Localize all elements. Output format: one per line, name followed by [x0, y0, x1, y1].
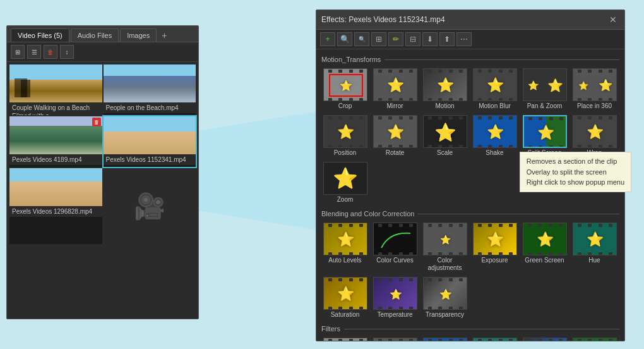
tab-video-files[interactable]: Video Files (5) [11, 28, 69, 42]
effect-exposure[interactable]: ⭐ Exposure [471, 221, 518, 273]
effect-split-screen[interactable]: ⭐ Split Screen [521, 114, 568, 158]
effect-saturation[interactable]: ⭐ Saturation [321, 276, 369, 320]
effect-filter5[interactable]: ★ [521, 336, 568, 341]
effects-close-button[interactable]: ✕ [607, 13, 619, 26]
effect-label: Color Curves [373, 257, 417, 264]
effect-motion[interactable]: ⭐ Motion [421, 67, 468, 111]
effect-hue[interactable]: ⭐ Hue [571, 221, 618, 273]
media-toolbar: ⊞ ☰ 🗑 ↕ [7, 42, 198, 62]
media-tool-delete-btn[interactable]: 🗑 [44, 45, 57, 59]
effect-label: Scale [422, 149, 467, 157]
media-grid: Couple Walking on a Beach Filmed with a … [7, 62, 198, 247]
tab-audio-files[interactable]: Audio Files [71, 28, 119, 42]
section-filters: Filters [321, 325, 619, 333]
effect-auto-levels[interactable]: ⭐ Auto Levels [321, 221, 369, 273]
media-tool-grid-btn[interactable]: ⊞ [11, 45, 25, 59]
effect-label: Exposure [472, 257, 517, 264]
effect-color-curves[interactable]: Color Curves [371, 221, 419, 273]
media-empty-slot: 🎥 [104, 168, 196, 244]
effects-remove-button[interactable]: ⊟ [405, 32, 420, 46]
effect-rotate[interactable]: ⭐ Rotate [371, 114, 419, 158]
add-tab-button[interactable]: + [158, 29, 170, 42]
effect-filter1[interactable]: ★ [321, 336, 369, 341]
effect-label: Shake [472, 149, 517, 157]
motion-transforms-grid: ⭐ Crop ⭐ Mirror [321, 67, 619, 205]
section-motion-transforms: Motion_Transforms [321, 56, 619, 63]
effect-label: Place in 360 [572, 102, 617, 110]
effect-label: Position [323, 149, 367, 157]
effect-label: Crop [323, 102, 367, 110]
media-item-label: People on the Beach.mp4 [104, 102, 196, 113]
effect-wrap[interactable]: ⭐ Wrap [571, 114, 618, 158]
list-item[interactable]: Couple Walking on a Beach Filmed with a … [9, 64, 102, 115]
list-item[interactable]: 🗑 Pexels Videos 4189.mp4 [9, 116, 102, 167]
effect-position[interactable]: ⭐ Position [321, 114, 369, 158]
effects-search-button[interactable]: 🔍 [337, 32, 352, 46]
effect-temperature[interactable]: ⭐ Temperature [371, 276, 419, 320]
effect-label: Hue [572, 257, 617, 264]
effect-place-360[interactable]: ⭐⭐ Place in 360 [571, 67, 618, 111]
effect-label: Wrap [572, 149, 617, 157]
effects-edit-button[interactable]: ✏ [388, 32, 403, 46]
effect-label: Green Screen [522, 257, 567, 264]
camera-icon: 🎥 [134, 192, 165, 221]
effect-mirror[interactable]: ⭐ Mirror [371, 67, 419, 111]
effect-label: Split Screen [522, 149, 567, 157]
effects-down-button[interactable]: ⬇ [422, 32, 438, 46]
effect-label: Mirror [373, 102, 417, 110]
media-item-label: Pexels Videos 1296828.mp4 [9, 206, 102, 217]
effects-add-button[interactable]: + [320, 32, 335, 46]
list-item[interactable]: Pexels Videos 1152341.mp4 [104, 116, 196, 167]
effect-filter2[interactable]: ⭐ [371, 336, 419, 341]
media-panel: Video Files (5) Audio Files Images + ⊞ ☰… [6, 25, 199, 319]
effect-label: Zoom [323, 196, 367, 204]
effect-color-adj[interactable]: ⭐ Color adjustments [421, 221, 468, 273]
media-item-label: Couple Walking on a Beach Filmed with a … [9, 102, 102, 115]
effect-label: Transparency [422, 311, 467, 319]
effect-pan-zoom[interactable]: ⭐ ⭐ Pan & Zoom [521, 67, 568, 111]
effect-motion-blur[interactable]: ⭐ Motion Blur [471, 67, 518, 111]
media-tool-list-btn[interactable]: ☰ [27, 45, 41, 59]
effect-label: Rotate [373, 149, 417, 157]
effect-crop[interactable]: ⭐ Crop [321, 67, 369, 111]
effect-label: Color adjustments [422, 257, 467, 272]
effect-zoom[interactable]: ⭐ Zoom [321, 161, 369, 205]
effect-scale[interactable]: ⭐ Scale [421, 114, 468, 158]
effects-titlebar: Effects: Pexels Videos 1152341.mp4 ✕ [316, 10, 624, 30]
filters-grid: ★ ⭐ [321, 336, 619, 341]
list-item[interactable]: Pexels Videos 1296828.mp4 [9, 168, 102, 244]
effect-green-screen[interactable]: ⭐ Green Screen [521, 221, 568, 273]
effects-content[interactable]: Motion_Transforms ⭐ Crop [316, 49, 624, 341]
effect-transparency[interactable]: ⭐ Transparency [421, 276, 468, 320]
media-tabs: Video Files (5) Audio Files Images + [7, 26, 198, 42]
effects-up-button[interactable]: ⬆ [439, 32, 455, 46]
effect-label: Saturation [323, 311, 367, 319]
effects-zoom-button[interactable]: 🔍 [354, 32, 369, 46]
effect-filter3[interactable]: ⭐ [421, 336, 468, 341]
media-item-label: Pexels Videos 1152341.mp4 [104, 154, 196, 165]
effects-grid-button[interactable]: ⊞ [371, 32, 386, 46]
effects-title: Effects: Pexels Videos 1152341.mp4 [321, 15, 445, 24]
effect-label: Auto Levels [323, 257, 367, 264]
media-tool-sort-btn[interactable]: ↕ [60, 45, 74, 59]
section-blending: Blending and Color Correction [321, 210, 619, 217]
effect-label: Temperature [373, 311, 417, 319]
effect-label: Motion [422, 102, 467, 110]
effect-label: Pan & Zoom [522, 102, 567, 110]
effect-label: Motion Blur [472, 102, 517, 110]
effect-filter6[interactable]: ⭐ [571, 336, 618, 341]
effects-panel: Effects: Pexels Videos 1152341.mp4 ✕ + 🔍… [316, 9, 625, 341]
blending-grid: ⭐ Auto Levels [321, 221, 619, 320]
effect-shake[interactable]: ⭐ Shake [471, 114, 518, 158]
tab-images[interactable]: Images [120, 28, 157, 42]
list-item[interactable]: People on the Beach.mp4 [104, 64, 196, 115]
media-item-label: Pexels Videos 4189.mp4 [9, 154, 102, 165]
effects-toolbar: + 🔍 🔍 ⊞ ✏ ⊟ ⬇ ⬆ ⋯ [316, 30, 624, 49]
effects-more-button[interactable]: ⋯ [456, 32, 472, 46]
effect-filter4[interactable]: ⭐ [471, 336, 518, 341]
